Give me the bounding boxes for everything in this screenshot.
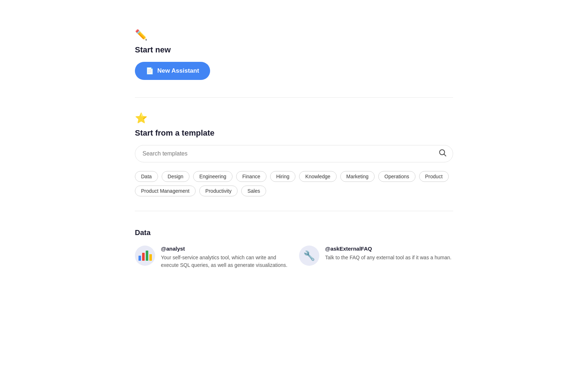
bar-chart-icon <box>139 251 152 261</box>
section-start-new: ✏️ Start new 📄 New Assistant <box>135 29 453 80</box>
bar-3 <box>146 251 148 261</box>
template-cards: @analyst Your self-service analytics too… <box>135 246 453 269</box>
filter-tag-productivity[interactable]: Productivity <box>199 186 238 196</box>
search-icon <box>439 149 447 159</box>
new-assistant-label: New Assistant <box>157 67 199 74</box>
section-divider-2 <box>135 211 453 211</box>
analyst-info: @analyst Your self-service analytics too… <box>161 246 289 269</box>
filter-tag-hiring[interactable]: Hiring <box>270 171 296 182</box>
analyst-avatar <box>135 246 155 266</box>
template-card-analyst[interactable]: @analyst Your self-service analytics too… <box>135 246 289 269</box>
tools-icon: 🔧 <box>303 250 315 261</box>
svg-line-1 <box>444 154 446 156</box>
filter-tag-engineering[interactable]: Engineering <box>193 171 233 182</box>
filter-tag-data[interactable]: Data <box>135 171 158 182</box>
bar-4 <box>149 254 152 261</box>
filter-tags-container: DataDesignEngineeringFinanceHiringKnowle… <box>135 171 453 196</box>
category-title: Data <box>135 229 453 237</box>
faq-info: @askExternalFAQ Talk to the FAQ of any e… <box>325 246 453 261</box>
document-icon: 📄 <box>146 67 154 75</box>
bar-1 <box>139 256 141 261</box>
section-template: ⭐ Start from a template DataDesignEngine… <box>135 112 453 196</box>
analyst-name: @analyst <box>161 246 289 252</box>
bar-2 <box>142 253 145 261</box>
filter-tag-product-management[interactable]: Product Management <box>135 186 196 196</box>
faq-avatar: 🔧 <box>299 246 319 266</box>
pencil-icon: ✏️ <box>135 29 453 41</box>
search-input[interactable] <box>135 145 453 162</box>
filter-tag-operations[interactable]: Operations <box>378 171 415 182</box>
faq-name: @askExternalFAQ <box>325 246 453 252</box>
new-assistant-button[interactable]: 📄 New Assistant <box>135 62 210 80</box>
section-divider-1 <box>135 97 453 98</box>
filter-tag-sales[interactable]: Sales <box>241 186 266 196</box>
filter-tag-marketing[interactable]: Marketing <box>340 171 375 182</box>
template-section-title: Start from a template <box>135 128 453 138</box>
filter-tag-knowledge[interactable]: Knowledge <box>299 171 336 182</box>
filter-tag-product[interactable]: Product <box>419 171 449 182</box>
main-content: ✏️ Start new 📄 New Assistant ⭐ Start fro… <box>120 0 468 284</box>
faq-desc: Talk to the FAQ of any external tool as … <box>325 254 453 261</box>
filter-tag-finance[interactable]: Finance <box>236 171 267 182</box>
template-card-faq[interactable]: 🔧 @askExternalFAQ Talk to the FAQ of any… <box>299 246 453 269</box>
star-icon: ⭐ <box>135 112 453 124</box>
analyst-desc: Your self-service analytics tool, which … <box>161 254 289 269</box>
filter-tag-design[interactable]: Design <box>162 171 190 182</box>
templates-section: Data @analyst Your self-service analytic… <box>135 229 453 269</box>
search-wrapper <box>135 145 453 162</box>
start-new-title: Start new <box>135 45 453 55</box>
